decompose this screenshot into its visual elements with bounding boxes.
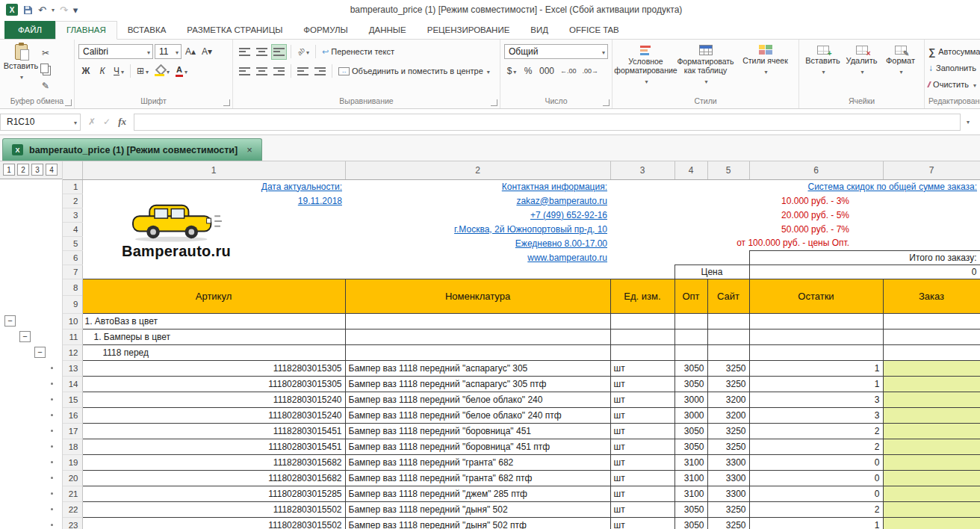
tab-office-tab[interactable]: OFFICE TAB bbox=[559, 22, 630, 39]
empty-cell[interactable] bbox=[674, 179, 707, 194]
increase-indent-button[interactable] bbox=[312, 64, 328, 79]
contact-label-cell[interactable]: Контактная информация: bbox=[345, 179, 610, 194]
empty-cell[interactable] bbox=[883, 208, 980, 222]
cancel-icon[interactable]: ✗ bbox=[88, 117, 96, 127]
empty-cell[interactable] bbox=[610, 222, 674, 236]
opt-price-cell[interactable]: 3050 bbox=[674, 517, 707, 529]
fill-color-button[interactable] bbox=[152, 64, 172, 79]
empty-cell[interactable] bbox=[610, 179, 674, 194]
increase-decimal-button[interactable]: ←.00 bbox=[558, 64, 579, 79]
empty-cell[interactable] bbox=[707, 329, 749, 344]
site-price-cell[interactable]: 3300 bbox=[707, 470, 749, 486]
row-header[interactable]: 1 bbox=[63, 179, 82, 194]
column-header[interactable]: 1 bbox=[82, 161, 345, 179]
format-painter-button[interactable]: ✎ bbox=[38, 78, 53, 93]
opt-price-cell[interactable]: 3050 bbox=[674, 360, 707, 376]
row-header[interactable]: 18 bbox=[63, 439, 82, 454]
name-cell[interactable]: Бампер ваз 1118 передний "аспарагус" 305… bbox=[345, 376, 610, 392]
borders-button[interactable]: ⊞ bbox=[134, 64, 151, 79]
header-opt[interactable]: Опт bbox=[674, 279, 707, 313]
currency-format-button[interactable]: $ bbox=[504, 64, 519, 79]
outline-level-2-button[interactable]: 2 bbox=[17, 164, 29, 176]
empty-cell[interactable] bbox=[674, 250, 707, 264]
row-header[interactable]: 23 bbox=[63, 517, 82, 529]
stock-cell[interactable]: 3 bbox=[749, 407, 883, 423]
name-box[interactable]: R1C10 bbox=[0, 114, 81, 131]
unit-cell[interactable]: шт bbox=[610, 470, 674, 486]
cell-styles-button[interactable]: Стили ячеек bbox=[736, 42, 795, 75]
stock-cell[interactable]: 2 bbox=[749, 501, 883, 517]
row-header[interactable]: 7 bbox=[63, 264, 82, 279]
shrink-font-button[interactable]: А▾ bbox=[199, 44, 214, 60]
unit-cell[interactable]: шт bbox=[610, 360, 674, 376]
empty-cell[interactable] bbox=[345, 264, 610, 279]
empty-cell[interactable] bbox=[707, 179, 749, 194]
site-price-cell[interactable]: 3300 bbox=[707, 454, 749, 470]
group-label-cell[interactable]: 1. АвтоВаз в цвет bbox=[82, 313, 345, 329]
row-header[interactable]: 19 bbox=[63, 454, 82, 470]
site-price-cell[interactable]: 3250 bbox=[707, 423, 749, 439]
empty-cell[interactable] bbox=[610, 250, 674, 264]
empty-cell[interactable] bbox=[610, 329, 674, 344]
name-cell[interactable]: Бампер ваз 1118 передний "боровница" 451 bbox=[345, 423, 610, 439]
align-left-button[interactable] bbox=[237, 64, 252, 79]
stock-cell[interactable]: 0 bbox=[749, 470, 883, 486]
align-bottom-button[interactable] bbox=[271, 44, 287, 60]
tab-formulas[interactable]: ФОРМУЛЫ bbox=[293, 22, 358, 39]
insert-cells-button[interactable]: + Вставить bbox=[804, 42, 842, 75]
unit-cell[interactable]: шт bbox=[610, 486, 674, 501]
order-input-cell[interactable] bbox=[883, 407, 980, 423]
name-cell[interactable]: Бампер ваз 1118 передний "белое облако" … bbox=[345, 407, 610, 423]
order-input-cell[interactable] bbox=[883, 360, 980, 376]
stock-cell[interactable]: 1 bbox=[749, 517, 883, 529]
column-header[interactable]: 4 bbox=[674, 161, 707, 179]
row-header[interactable]: 6 bbox=[63, 250, 82, 264]
undo-menu-icon[interactable]: ▾ bbox=[52, 7, 55, 13]
collapse-group-3-icon[interactable]: − bbox=[34, 347, 46, 358]
outline-level-3-button[interactable]: 3 bbox=[31, 164, 43, 176]
article-cell[interactable]: 11182803015502 bbox=[82, 501, 345, 517]
empty-cell[interactable] bbox=[707, 313, 749, 329]
empty-cell[interactable] bbox=[674, 222, 707, 236]
empty-cell[interactable] bbox=[674, 236, 707, 250]
discount-cell[interactable]: 10.000 руб. - 3% bbox=[749, 194, 883, 208]
unit-cell[interactable]: шт bbox=[610, 392, 674, 407]
unit-cell[interactable]: шт bbox=[610, 439, 674, 454]
format-as-table-button[interactable]: Форматировать как таблицу bbox=[677, 42, 735, 85]
copy-button[interactable] bbox=[38, 61, 53, 77]
decrease-decimal-button[interactable]: .00→ bbox=[580, 64, 601, 79]
discount-system-label-cell[interactable]: Система скидок по общей сумме заказа: bbox=[749, 179, 980, 194]
qat-customize-icon[interactable]: ▾ bbox=[73, 5, 78, 15]
empty-cell[interactable] bbox=[674, 329, 707, 344]
stock-cell[interactable]: 3 bbox=[749, 392, 883, 407]
row-header[interactable]: 10 bbox=[63, 313, 82, 329]
empty-cell[interactable] bbox=[707, 222, 749, 236]
article-cell[interactable]: 111802803015305 bbox=[82, 376, 345, 392]
site-price-cell[interactable]: 3200 bbox=[707, 392, 749, 407]
order-cell[interactable] bbox=[883, 329, 980, 344]
website-cell[interactable]: www.bamperauto.ru bbox=[345, 250, 610, 264]
site-price-cell[interactable]: 3250 bbox=[707, 439, 749, 454]
row-header[interactable]: 12 bbox=[63, 344, 82, 360]
row-header[interactable]: 14 bbox=[63, 376, 82, 392]
empty-cell[interactable] bbox=[674, 313, 707, 329]
stock-cell[interactable]: 2 bbox=[749, 423, 883, 439]
name-cell[interactable]: Бампер ваз 1118 передний "дыня" 502 птф bbox=[345, 517, 610, 529]
empty-cell[interactable] bbox=[707, 250, 749, 264]
row-header[interactable]: 11 bbox=[63, 329, 82, 344]
address-cell[interactable]: г.Москва, 2й Южнопортовый пр-д, 10 bbox=[345, 222, 610, 236]
font-color-button[interactable]: А bbox=[173, 64, 190, 79]
document-tab[interactable]: X bamperauto_price (1) [Режим совместимо… bbox=[2, 138, 262, 161]
phone-cell[interactable]: +7 (499) 652-92-16 bbox=[345, 208, 610, 222]
font-size-select[interactable]: 11 bbox=[155, 44, 182, 59]
site-price-cell[interactable]: 3300 bbox=[707, 486, 749, 501]
article-cell[interactable]: 11182803015305 bbox=[82, 360, 345, 376]
stock-cell[interactable]: 0 bbox=[749, 486, 883, 501]
collapse-group-2-icon[interactable]: − bbox=[19, 331, 31, 342]
opt-price-cell[interactable]: 3100 bbox=[674, 454, 707, 470]
empty-cell[interactable] bbox=[883, 194, 980, 208]
empty-cell[interactable] bbox=[345, 329, 610, 344]
name-cell[interactable]: Бампер ваз 1118 передний "гранта" 682 пт… bbox=[345, 470, 610, 486]
site-price-cell[interactable]: 3250 bbox=[707, 501, 749, 517]
name-cell[interactable]: Бампер ваз 1118 передний "белое облако" … bbox=[345, 392, 610, 407]
